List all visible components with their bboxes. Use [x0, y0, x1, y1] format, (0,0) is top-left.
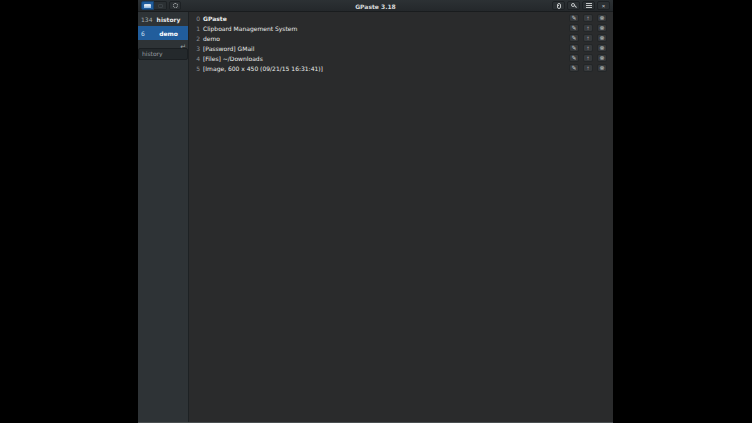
upload-item-button[interactable]: ↑ — [583, 44, 593, 52]
upload-icon: ↑ — [587, 45, 590, 51]
menu-icon — [586, 3, 592, 4]
list-item[interactable]: 3 [Password] GMail ✎ ↑ ⊗ — [189, 43, 613, 53]
delete-item-button[interactable]: ⊗ — [597, 24, 607, 32]
edit-icon: ✎ — [571, 55, 576, 61]
item-actions: ✎ ↑ ⊗ — [569, 64, 607, 72]
item-index: 2 — [196, 35, 200, 42]
upload-item-button[interactable]: ↑ — [583, 34, 593, 42]
upload-item-button[interactable]: ↑ — [583, 24, 593, 32]
upload-item-button[interactable]: ↑ — [583, 54, 593, 62]
item-actions: ✎ ↑ ⊗ — [569, 54, 607, 62]
edit-icon: ✎ — [571, 65, 576, 71]
edit-item-button[interactable]: ✎ — [569, 44, 579, 52]
item-index: 0 — [196, 15, 200, 22]
upload-item-button[interactable]: ↑ — [583, 14, 593, 22]
upload-icon: ↑ — [587, 35, 590, 41]
track-changes-button[interactable] — [169, 1, 181, 10]
delete-icon: ⊗ — [599, 45, 604, 51]
search-icon — [571, 3, 575, 7]
list-item[interactable]: 0 GPaste ✎ ↑ ⊗ — [189, 13, 613, 23]
delete-item-button[interactable]: ⊗ — [597, 64, 607, 72]
delete-item-button[interactable]: ⊗ — [597, 54, 607, 62]
about-button[interactable] — [552, 1, 565, 10]
headerbar-right-group: × — [552, 1, 610, 10]
search-button[interactable] — [567, 1, 580, 10]
item-text: [Files] ~/Downloads — [203, 55, 263, 62]
item-text: GPaste — [203, 15, 227, 22]
clipboard-item-list: 0 GPaste ✎ ↑ ⊗ 1 Clipboard Management Sy… — [189, 12, 613, 422]
enter-icon[interactable]: ↵ — [180, 43, 186, 51]
view-switcher — [141, 1, 181, 10]
history-label: history — [152, 16, 185, 23]
delete-icon: ⊗ — [599, 15, 604, 21]
edit-icon: ✎ — [571, 35, 576, 41]
edit-icon: ✎ — [571, 25, 576, 31]
delete-icon: ⊗ — [599, 55, 604, 61]
item-actions: ✎ ↑ ⊗ — [569, 14, 607, 22]
gpaste-window: GPaste 3.18 × 134 — [138, 0, 613, 423]
item-index: 3 — [196, 45, 200, 52]
history-view-toggle[interactable] — [141, 1, 154, 10]
menu-button[interactable] — [582, 1, 595, 10]
upload-icon: ↑ — [587, 55, 590, 61]
window-content: 134 history 6 demo ↵ 0 GPaste — [138, 12, 613, 422]
settings-view-toggle[interactable] — [154, 1, 167, 10]
demo-count-badge: 6 — [141, 30, 152, 37]
new-history-entry: ↵ — [138, 41, 188, 54]
edit-icon: ✎ — [571, 45, 576, 51]
list-item[interactable]: 4 [Files] ~/Downloads ✎ ↑ ⊗ — [189, 53, 613, 63]
window-title: GPaste 3.18 — [355, 2, 396, 9]
delete-item-button[interactable]: ⊗ — [597, 14, 607, 22]
histories-sidebar: 134 history 6 demo ↵ — [138, 12, 189, 422]
item-index: 4 — [196, 55, 200, 62]
upload-icon: ↑ — [587, 65, 590, 71]
item-text: [Image, 600 x 450 (09/21/15 16:31:41)] — [203, 65, 323, 72]
edit-item-button[interactable]: ✎ — [569, 64, 579, 72]
edit-item-button[interactable]: ✎ — [569, 54, 579, 62]
item-actions: ✎ ↑ ⊗ — [569, 24, 607, 32]
item-index: 1 — [196, 25, 200, 32]
list-item[interactable]: 1 Clipboard Management System ✎ ↑ ⊗ — [189, 23, 613, 33]
sidebar-item-demo[interactable]: 6 demo — [138, 26, 188, 40]
upload-icon: ↑ — [587, 25, 590, 31]
upload-icon: ↑ — [587, 15, 590, 21]
gear-icon — [173, 3, 178, 8]
close-icon: × — [602, 3, 606, 9]
list-item[interactable]: 5 [Image, 600 x 450 (09/21/15 16:31:41)]… — [189, 63, 613, 73]
delete-icon: ⊗ — [599, 25, 604, 31]
upload-item-button[interactable]: ↑ — [583, 64, 593, 72]
delete-item-button[interactable]: ⊗ — [597, 44, 607, 52]
delete-icon: ⊗ — [599, 35, 604, 41]
edit-item-button[interactable]: ✎ — [569, 14, 579, 22]
edit-icon: ✎ — [571, 15, 576, 21]
item-actions: ✎ ↑ ⊗ — [569, 34, 607, 42]
item-index: 5 — [196, 65, 200, 72]
headerbar: GPaste 3.18 × — [138, 0, 613, 12]
info-icon — [557, 3, 561, 9]
item-text: demo — [203, 35, 220, 42]
list-item[interactable]: 2 demo ✎ ↑ ⊗ — [189, 33, 613, 43]
close-button[interactable]: × — [597, 1, 610, 10]
screen: GPaste 3.18 × 134 — [0, 0, 752, 423]
item-text: [Password] GMail — [203, 45, 254, 52]
edit-item-button[interactable]: ✎ — [569, 34, 579, 42]
blank-icon — [158, 4, 163, 8]
delete-icon: ⊗ — [599, 65, 604, 71]
demo-label: demo — [152, 30, 185, 37]
delete-item-button[interactable]: ⊗ — [597, 34, 607, 42]
item-actions: ✎ ↑ ⊗ — [569, 44, 607, 52]
edit-item-button[interactable]: ✎ — [569, 24, 579, 32]
keyboard-icon — [144, 4, 151, 8]
item-text: Clipboard Management System — [203, 25, 297, 32]
history-count-badge: 134 — [141, 16, 152, 23]
sidebar-item-history[interactable]: 134 history — [138, 12, 188, 26]
